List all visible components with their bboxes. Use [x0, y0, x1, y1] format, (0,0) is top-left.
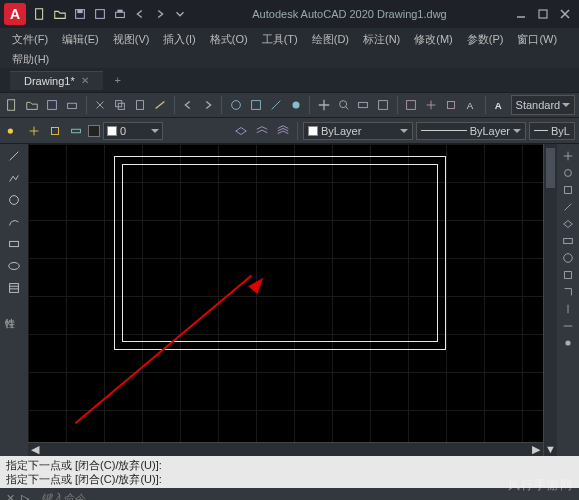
text-icon[interactable]: A	[491, 96, 508, 114]
close-tab-icon[interactable]: ✕	[81, 75, 89, 86]
ellipse-tool-icon[interactable]	[3, 256, 25, 276]
svg-rect-27	[72, 129, 81, 133]
window-title: Autodesk AutoCAD 2020 Drawing1.dwg	[188, 8, 511, 20]
menu-modify[interactable]: 修改(M)	[408, 30, 459, 49]
redo-icon[interactable]	[152, 6, 168, 22]
tool-icon[interactable]	[227, 96, 244, 114]
scroll-left-icon[interactable]: ◀	[28, 443, 42, 457]
bylayer-label: ByLayer	[321, 125, 361, 137]
dropdown-icon[interactable]	[172, 6, 188, 22]
layer-prop-icon[interactable]	[232, 122, 250, 140]
svg-rect-26	[52, 127, 59, 134]
nav-tool-icon[interactable]	[559, 301, 577, 317]
layer-tool-icon[interactable]	[67, 122, 85, 140]
cut-icon[interactable]	[92, 96, 109, 114]
drawing-canvas[interactable]: ◀ ▶	[28, 144, 543, 456]
nav-tool-icon[interactable]	[559, 216, 577, 232]
layer-tool-icon[interactable]	[4, 122, 22, 140]
tool-icon[interactable]	[403, 96, 420, 114]
menu-window[interactable]: 窗口(W)	[511, 30, 563, 49]
hatch-tool-icon[interactable]	[3, 278, 25, 298]
save-icon[interactable]	[72, 6, 88, 22]
tool-icon[interactable]	[355, 96, 372, 114]
match-icon[interactable]	[152, 96, 169, 114]
menu-help[interactable]: 帮助(H)	[6, 50, 55, 69]
linetype-bylayer-dropdown[interactable]: ByLayer	[416, 122, 526, 140]
line-tool-icon[interactable]	[3, 146, 25, 166]
separator	[485, 96, 486, 114]
scroll-thumb[interactable]	[546, 148, 555, 188]
rect-tool-icon[interactable]	[3, 234, 25, 254]
scroll-right-icon[interactable]: ▶	[529, 443, 543, 457]
new-icon[interactable]	[32, 6, 48, 22]
tool-icon[interactable]	[4, 96, 21, 114]
polyline-tool-icon[interactable]	[3, 168, 25, 188]
layer-tool-icon[interactable]	[25, 122, 43, 140]
command-input-bar[interactable]: ✕ ▷_ 键入命令	[0, 488, 579, 500]
circle-tool-icon[interactable]	[3, 190, 25, 210]
nav-tool-icon[interactable]	[559, 250, 577, 266]
nav-tool-icon[interactable]	[559, 267, 577, 283]
tool-icon[interactable]: A	[463, 96, 480, 114]
lineweight-bylayer-dropdown[interactable]: ByL	[529, 122, 575, 140]
tool-icon[interactable]	[287, 96, 304, 114]
properties-panel-label[interactable]: 特性	[0, 304, 18, 316]
print-icon[interactable]	[112, 6, 128, 22]
minimize-button[interactable]	[511, 5, 531, 23]
tool-icon[interactable]	[44, 96, 61, 114]
tool-icon[interactable]	[375, 96, 392, 114]
layer-tool-icon[interactable]	[46, 122, 64, 140]
layer-prop-icon[interactable]	[274, 122, 292, 140]
menu-param[interactable]: 参数(P)	[461, 30, 510, 49]
color-bylayer-dropdown[interactable]: ByLayer	[303, 122, 413, 140]
svg-rect-2	[77, 10, 82, 14]
menu-draw[interactable]: 绘图(D)	[306, 30, 355, 49]
nav-tool-icon[interactable]	[559, 165, 577, 181]
paste-icon[interactable]	[132, 96, 149, 114]
redo-icon[interactable]	[199, 96, 216, 114]
svg-rect-32	[10, 284, 19, 293]
layer-prop-icon[interactable]	[253, 122, 271, 140]
new-tab-button[interactable]: +	[107, 70, 129, 90]
tool-icon[interactable]	[443, 96, 460, 114]
menu-file[interactable]: 文件(F)	[6, 30, 54, 49]
tool-icon[interactable]	[423, 96, 440, 114]
tool-icon[interactable]	[24, 96, 41, 114]
nav-tool-icon[interactable]	[559, 182, 577, 198]
tool-icon[interactable]	[247, 96, 264, 114]
menu-view[interactable]: 视图(V)	[107, 30, 156, 49]
menu-dimension[interactable]: 标注(N)	[357, 30, 406, 49]
tool-icon[interactable]	[64, 96, 81, 114]
menu-insert[interactable]: 插入(I)	[157, 30, 201, 49]
saveas-icon[interactable]	[92, 6, 108, 22]
close-button[interactable]	[555, 5, 575, 23]
nav-tool-icon[interactable]	[559, 318, 577, 334]
scroll-down-icon[interactable]: ▼	[544, 442, 557, 456]
nav-tool-icon[interactable]	[559, 335, 577, 351]
tool-icon[interactable]	[267, 96, 284, 114]
undo-icon[interactable]	[132, 6, 148, 22]
zoom-icon[interactable]	[335, 96, 352, 114]
maximize-button[interactable]	[533, 5, 553, 23]
vertical-scrollbar[interactable]: ▼	[543, 144, 557, 456]
nav-tool-icon[interactable]	[559, 199, 577, 215]
svg-rect-36	[565, 187, 572, 194]
nav-tool-icon[interactable]	[559, 284, 577, 300]
color-swatch	[107, 126, 117, 136]
nav-tool-icon[interactable]	[559, 148, 577, 164]
file-tab[interactable]: Drawing1* ✕	[10, 71, 103, 90]
open-icon[interactable]	[52, 6, 68, 22]
undo-icon[interactable]	[180, 96, 197, 114]
nav-tool-icon[interactable]	[559, 233, 577, 249]
copy-icon[interactable]	[112, 96, 129, 114]
pan-icon[interactable]	[315, 96, 332, 114]
close-cmdline-icon[interactable]: ✕	[6, 492, 15, 501]
arc-tool-icon[interactable]	[3, 212, 25, 232]
horizontal-scrollbar[interactable]: ◀ ▶	[28, 442, 543, 456]
menu-tools[interactable]: 工具(T)	[256, 30, 304, 49]
menu-format[interactable]: 格式(O)	[204, 30, 254, 49]
text-style-dropdown[interactable]: Standard	[511, 95, 576, 115]
menu-edit[interactable]: 编辑(E)	[56, 30, 105, 49]
layer-dropdown[interactable]: 0	[103, 122, 163, 140]
visibility-checkbox[interactable]	[88, 125, 100, 137]
